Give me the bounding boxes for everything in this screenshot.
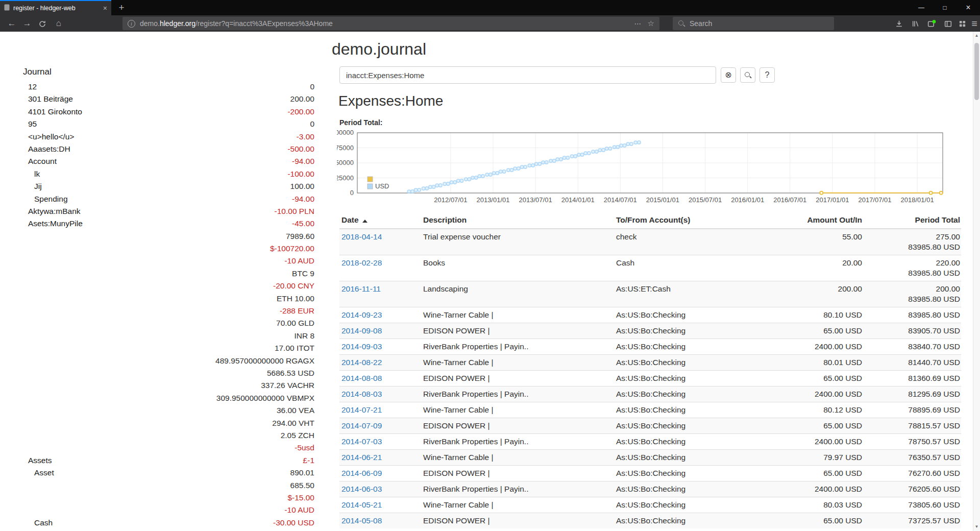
scrollbar-thumb[interactable] <box>974 43 979 100</box>
browser-tab[interactable]: register - hledger-web × <box>0 0 111 15</box>
account-link[interactable]: 12 <box>23 81 310 93</box>
bookmark-star-icon[interactable]: ☆ <box>648 19 654 28</box>
new-tab-button[interactable]: + <box>114 1 129 15</box>
date-link[interactable]: 2014-09-08 <box>341 326 382 335</box>
amount-cell: 80.01 USD <box>760 355 864 371</box>
search-query-button[interactable] <box>740 67 755 83</box>
date-link[interactable]: 2018-02-28 <box>341 258 382 267</box>
svg-text:100000: 100000 <box>337 129 354 136</box>
scrollbar[interactable]: ▲ ▼ <box>973 32 980 531</box>
sidebar-account-row: 685.50 <box>23 479 314 492</box>
url-path: /register?q=inacct%3AExpenses%3AHome <box>195 19 333 28</box>
date-link[interactable]: 2014-07-09 <box>341 421 382 430</box>
account-link[interactable]: 4101 Girokonto <box>23 106 287 118</box>
column-header-date[interactable]: Date <box>339 213 419 229</box>
search-placeholder: Search <box>690 19 712 28</box>
account-link[interactable]: Aaasets:DH <box>23 143 287 155</box>
column-header-period-total: Period Total <box>864 213 961 229</box>
account-link[interactable]: Jij <box>23 180 290 192</box>
date-link[interactable]: 2014-06-09 <box>341 469 382 477</box>
sidebar-account-row: -288 EUR <box>23 305 314 317</box>
period-total-cell: 275.0083985.80 USD <box>864 229 961 255</box>
account-heading: Expenses:Home <box>338 93 443 109</box>
clear-query-button[interactable]: ⊗ <box>721 67 736 83</box>
date-link[interactable]: 2014-09-03 <box>341 342 382 351</box>
account-link[interactable]: Account <box>23 155 292 167</box>
journal-link[interactable]: Journal <box>23 67 314 77</box>
description-cell: Wine-Tarner Cable | <box>419 402 614 418</box>
period-total-cell: 78815.57 USD <box>864 418 961 434</box>
account-link[interactable]: Asets:MunyPile <box>23 218 292 230</box>
account-link <box>23 268 292 280</box>
account-link <box>23 367 267 379</box>
amount-cell: 200.00 <box>760 281 864 307</box>
date-link[interactable]: 2014-07-21 <box>341 405 382 414</box>
account-link[interactable]: lk <box>23 168 287 180</box>
description-cell: RiverBank Properties | Payin.. <box>419 481 614 497</box>
description-cell: EDISON POWER | <box>419 323 614 339</box>
svg-text:75000: 75000 <box>337 144 354 152</box>
date-link[interactable]: 2014-05-21 <box>341 500 382 509</box>
window-close-button[interactable]: × <box>957 0 980 15</box>
scroll-down-icon[interactable]: ▼ <box>973 523 980 531</box>
menu-button[interactable]: ≡ <box>967 15 980 32</box>
home-button[interactable]: ⌂ <box>51 15 66 32</box>
date-link[interactable]: 2014-06-03 <box>341 485 382 493</box>
register-table: Date Description To/From Account(s) Amou… <box>339 213 961 528</box>
amount-cell: 65.00 USD <box>760 418 864 434</box>
window-minimize-button[interactable]: — <box>910 0 933 15</box>
window-maximize-button[interactable]: □ <box>933 0 957 15</box>
account-link[interactable]: Asset <box>23 467 290 479</box>
column-header-amount: Amount Out/In <box>760 213 864 229</box>
browser-search-bar[interactable]: Search <box>673 17 834 30</box>
account-link[interactable]: Assets <box>23 454 303 467</box>
back-button[interactable]: ← <box>4 15 19 32</box>
site-info-icon[interactable]: i <box>128 20 135 28</box>
account-link[interactable]: 301 Beiträge <box>23 93 290 105</box>
extension-icon[interactable] <box>924 15 939 32</box>
account-link <box>23 504 284 516</box>
description-cell: EDISON POWER | <box>419 371 614 387</box>
date-link[interactable]: 2014-06-21 <box>341 453 382 462</box>
account-link[interactable]: <u>hello</u> <box>23 131 297 143</box>
description-cell: Wine-Tarner Cable | <box>419 497 614 513</box>
query-input[interactable] <box>339 66 716 84</box>
date-link[interactable]: 2016-11-11 <box>341 284 381 293</box>
page-title: demo.journal <box>332 40 426 59</box>
account-link[interactable]: Spending <box>23 193 292 205</box>
download-icon[interactable] <box>891 15 906 32</box>
page-favicon-icon <box>4 4 10 13</box>
table-row: 2014-08-08EDISON POWER |As:US:Bo:Checkin… <box>339 371 961 387</box>
account-balance: 100.00 <box>290 180 314 192</box>
date-link[interactable]: 2014-08-08 <box>341 374 382 382</box>
date-link[interactable]: 2014-07-03 <box>341 437 382 446</box>
date-link[interactable]: 2014-05-08 <box>341 516 382 525</box>
date-link[interactable]: 2014-08-22 <box>341 358 382 367</box>
account-link <box>23 305 280 317</box>
description-cell: RiverBank Properties | Payin.. <box>419 387 614 402</box>
account-link[interactable]: 95 <box>23 118 310 130</box>
url-bar[interactable]: i demo.hledger.org/register?q=inacct%3AE… <box>122 17 659 30</box>
forward-button[interactable]: → <box>19 15 35 32</box>
sidebar-toggle-icon[interactable] <box>940 15 955 32</box>
date-link[interactable]: 2014-08-03 <box>341 390 382 398</box>
account-balance: 7989.60 <box>286 230 314 243</box>
amount-cell: 2400.00 USD <box>760 434 864 450</box>
date-link[interactable]: 2014-09-23 <box>341 310 382 319</box>
tab-close-icon[interactable]: × <box>103 4 107 12</box>
account-link[interactable]: Aktywa:mBank <box>23 205 275 218</box>
account-link <box>23 355 215 367</box>
account-cell: As:US:Bo:Checking <box>614 450 760 466</box>
account-link <box>23 280 273 292</box>
account-link[interactable]: Cash <box>23 517 273 529</box>
table-row: 2014-05-21Wine-Tarner Cable |As:US:Bo:Ch… <box>339 497 961 513</box>
date-link[interactable]: 2018-04-14 <box>341 232 382 241</box>
library-icon[interactable] <box>908 15 923 32</box>
account-balance: $-15.00 <box>287 492 314 504</box>
reload-button[interactable] <box>35 15 50 32</box>
scroll-up-icon[interactable]: ▲ <box>973 32 980 40</box>
page-actions-icon[interactable]: ⋯ <box>634 19 642 28</box>
sidebar-account-row: $-15.00 <box>23 492 314 504</box>
description-cell: EDISON POWER | <box>419 466 614 481</box>
query-help-button[interactable]: ? <box>760 67 775 83</box>
